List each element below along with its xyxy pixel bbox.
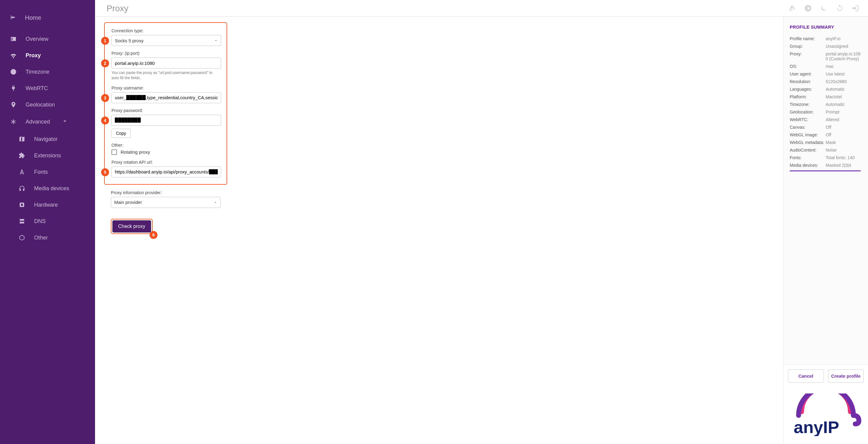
- copy-button[interactable]: Copy: [112, 129, 131, 138]
- proxy-form: 1 Connection type: Socks 5 proxy 2 Proxy…: [95, 17, 783, 444]
- summary-key: Proxy:: [790, 52, 826, 61]
- sidebar-item-timezone[interactable]: Timezone: [0, 64, 95, 79]
- summary-key: Fonts:: [790, 155, 826, 160]
- summary-value: Automatic: [826, 87, 862, 92]
- check-proxy-highlight: Check proxy 6: [111, 219, 153, 234]
- chip-icon: [18, 201, 26, 208]
- summary-value: 5120x2880: [826, 79, 862, 84]
- summary-key: WebGL image:: [790, 132, 826, 137]
- sidebar-item-extensions[interactable]: Extensions: [0, 148, 95, 163]
- svg-text:anyIP: anyIP: [794, 417, 839, 436]
- summary-row: Media devices:Masked 2|3|4: [790, 163, 862, 168]
- back-collapse-icon: [10, 14, 17, 22]
- summary-row: WebRTC:Altered: [790, 117, 862, 122]
- summary-value: Off: [826, 132, 862, 137]
- nav-label: Navigator: [34, 136, 58, 142]
- summary-key: Profile name:: [790, 36, 826, 41]
- summary-row: Timezone:Automatic: [790, 102, 862, 107]
- summary-value: Unassigned: [826, 44, 862, 49]
- sidebar-item-other[interactable]: Other: [0, 230, 95, 245]
- refresh-icon[interactable]: [836, 4, 844, 13]
- topbar: Proxy: [95, 0, 868, 17]
- profile-summary-title: PROFILE SUMMARY: [790, 25, 862, 30]
- summary-row: Platform:MacIntel: [790, 94, 862, 99]
- nav-label: Extensions: [34, 152, 61, 159]
- nav-label: Timezone: [26, 69, 49, 75]
- sidebar-item-fonts[interactable]: Fonts: [0, 164, 95, 179]
- sidebar-item-advanced[interactable]: Advanced: [0, 113, 95, 130]
- summary-value: Total fonts: 140: [826, 155, 862, 160]
- step-badge-6: 6: [150, 231, 157, 239]
- map-icon: [18, 136, 26, 142]
- summary-value: Off: [826, 125, 862, 130]
- summary-row: Geolocation:Prompt: [790, 109, 862, 114]
- nav-label: Overview: [26, 36, 49, 42]
- provider-value: Main provider: [114, 200, 142, 205]
- sidebar-item-dns[interactable]: DNS: [0, 214, 95, 229]
- sidebar-item-media-devices[interactable]: Media devices: [0, 181, 95, 196]
- summary-row: Proxy:portal.anyip.io:1080 (Custom Proxy…: [790, 52, 862, 61]
- anyip-logo: anyIP: [784, 387, 868, 444]
- sidebar-item-proxy[interactable]: Proxy: [0, 48, 95, 63]
- summary-value: Masked 2|3|4: [826, 163, 862, 168]
- summary-key: Platform:: [790, 94, 826, 99]
- proxy-username-label: Proxy username:: [112, 86, 220, 91]
- wifi-icon: [10, 52, 17, 59]
- nav-label: Advanced: [26, 119, 50, 125]
- nav-label: DNS: [34, 218, 46, 225]
- page-title: Proxy: [106, 4, 128, 13]
- moon-icon[interactable]: [820, 4, 828, 13]
- nav-label: Other: [34, 235, 48, 241]
- provider-select[interactable]: Main provider: [111, 197, 220, 208]
- summary-row: OS:mac: [790, 64, 862, 69]
- summary-value: Altered: [826, 117, 862, 122]
- pin-icon: [10, 101, 17, 108]
- proxy-ipport-input[interactable]: [112, 58, 221, 68]
- chevron-down-icon: [214, 39, 218, 42]
- sidebar-item-webrtc[interactable]: WebRTC: [0, 81, 95, 96]
- rotation-url-input[interactable]: [112, 167, 221, 177]
- nav-label: Fonts: [34, 169, 48, 175]
- proxy-password-label: Proxy password:: [112, 108, 220, 113]
- chevron-down-icon: [214, 201, 217, 204]
- create-profile-button[interactable]: Create profile: [828, 370, 864, 382]
- recycle-icon[interactable]: [788, 4, 796, 13]
- summary-value: portal.anyip.io:1080 (Custom Proxy): [826, 52, 862, 61]
- summary-key: Languages:: [790, 87, 826, 92]
- cancel-button[interactable]: Cancel: [788, 370, 824, 382]
- home-label: Home: [25, 14, 41, 21]
- summary-value: Use latest: [826, 71, 862, 76]
- rotating-proxy-checkbox[interactable]: [112, 149, 117, 155]
- clock-icon: [10, 68, 17, 75]
- rotation-url-label: Proxy rotation API url:: [112, 160, 220, 165]
- summary-row: Group:Unassigned: [790, 44, 862, 49]
- proxy-password-input[interactable]: [112, 115, 221, 126]
- sidebar-item-overview[interactable]: Overview: [0, 31, 95, 46]
- connection-type-select[interactable]: Socks 5 proxy: [112, 35, 221, 46]
- check-proxy-button[interactable]: Check proxy: [113, 220, 151, 233]
- summary-row: Resolution:5120x2880: [790, 79, 862, 84]
- font-icon: [18, 169, 26, 175]
- summary-key: AudioContext:: [790, 147, 826, 152]
- sidebar-item-navigator[interactable]: Navigator: [0, 132, 95, 147]
- sidebar-item-geolocation[interactable]: Geolocation: [0, 97, 95, 112]
- box-icon: [18, 234, 26, 241]
- summary-key: Media devices:: [790, 163, 826, 168]
- summary-row: WebGL image:Off: [790, 132, 862, 137]
- summary-key: WebGL metadata:: [790, 140, 826, 145]
- provider-label: Proxy information provider:: [111, 190, 220, 195]
- summary-row: Canvas:Off: [790, 125, 862, 130]
- sidebar-home[interactable]: Home: [0, 11, 95, 30]
- headphones-icon: [18, 185, 26, 192]
- summary-value: Prompt: [826, 109, 862, 114]
- logout-icon[interactable]: [851, 4, 860, 13]
- summary-value: MacIntel: [826, 94, 862, 99]
- proxy-username-input[interactable]: [112, 92, 221, 103]
- nav-label: Geolocation: [26, 102, 55, 108]
- summary-row: User agent:Use latest: [790, 71, 862, 76]
- sidebar-item-hardware[interactable]: Hardware: [0, 197, 95, 212]
- summary-row: Fonts:Total fonts: 140: [790, 155, 862, 160]
- summary-value: Automatic: [826, 102, 862, 107]
- send-icon[interactable]: [804, 4, 812, 13]
- summary-key: Canvas:: [790, 125, 826, 130]
